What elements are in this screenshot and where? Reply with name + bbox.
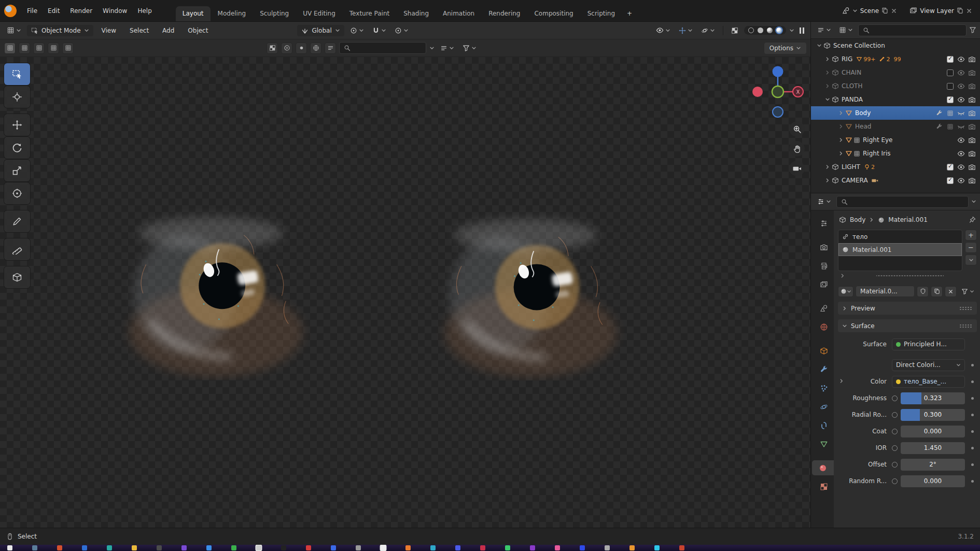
- base-color-field[interactable]: тело_Base_...: [892, 376, 965, 388]
- hide-viewport-icon[interactable]: [957, 177, 965, 185]
- panel-grip[interactable]: [959, 306, 973, 310]
- disable-render-icon[interactable]: [968, 136, 976, 144]
- disable-render-icon[interactable]: [968, 55, 976, 63]
- taskbar-app-icon[interactable]: [32, 545, 37, 550]
- menu-view[interactable]: View: [96, 25, 121, 36]
- hide-viewport-icon[interactable]: [957, 109, 965, 117]
- tab-modeling[interactable]: Modeling: [211, 6, 253, 21]
- unlink-scene-icon[interactable]: [891, 8, 897, 14]
- tab-texture[interactable]: [814, 479, 834, 494]
- decorator[interactable]: [968, 447, 977, 449]
- tab-modifiers[interactable]: [814, 362, 834, 377]
- tool-select-box[interactable]: [4, 63, 30, 85]
- tool-cursor[interactable]: [4, 86, 30, 108]
- add-slot-button[interactable]: +: [965, 230, 977, 241]
- breadcrumb-material[interactable]: Material.001: [888, 216, 927, 223]
- decorator[interactable]: [968, 430, 977, 433]
- new-scene-icon[interactable]: [881, 7, 888, 14]
- taskbar-app-icon[interactable]: [356, 545, 361, 550]
- menu-select[interactable]: Select: [124, 25, 154, 36]
- header-search-input[interactable]: [339, 42, 426, 54]
- taskbar-app-icon[interactable]: [580, 545, 585, 550]
- outliner-row-cloth[interactable]: CLOTH: [811, 79, 980, 93]
- taskbar-app-icon[interactable]: [480, 545, 485, 550]
- menu-file[interactable]: File: [22, 5, 43, 17]
- tab-scene[interactable]: [814, 301, 834, 316]
- breadcrumb-object[interactable]: Body: [850, 216, 865, 223]
- taskbar-app-icon[interactable]: [82, 545, 87, 550]
- coat-field[interactable]: 0.000: [901, 426, 965, 437]
- select-mode-invert-icon[interactable]: [48, 43, 59, 54]
- material-slot-row[interactable]: тело: [838, 230, 962, 243]
- grip-handle[interactable]: [876, 275, 944, 277]
- tab-object[interactable]: [814, 343, 834, 358]
- outliner-filter-icon[interactable]: [969, 26, 976, 34]
- tab-texture-paint[interactable]: Texture Paint: [343, 6, 396, 21]
- taskbar-app-icon[interactable]: [181, 545, 187, 550]
- pan-button[interactable]: [789, 141, 805, 157]
- coloring-method-dropdown[interactable]: Direct Colori...: [892, 359, 965, 371]
- material-slot-row-selected[interactable]: Material.001: [838, 243, 962, 256]
- outliner-row-right-eye[interactable]: Right Eye: [811, 133, 980, 147]
- disable-render-icon[interactable]: [968, 69, 976, 77]
- filter-button[interactable]: [460, 43, 479, 54]
- taskbar-app-icon[interactable]: [505, 545, 510, 550]
- material-name-field[interactable]: Material.0...: [856, 286, 915, 297]
- filter-type-icon-2[interactable]: [281, 43, 292, 54]
- offset-field[interactable]: 2°: [901, 459, 965, 471]
- taskbar-app-icon[interactable]: [107, 545, 112, 550]
- tab-scripting[interactable]: Scripting: [581, 6, 622, 21]
- taskbar-app-icon[interactable]: [206, 545, 212, 550]
- decorator[interactable]: [968, 463, 977, 466]
- hide-viewport-icon[interactable]: [957, 123, 965, 131]
- disable-render-icon[interactable]: [968, 150, 976, 158]
- hide-viewport-icon[interactable]: [957, 82, 965, 90]
- outliner-editor-type-button[interactable]: [815, 24, 834, 36]
- taskbar-app-icon[interactable]: [679, 545, 684, 550]
- view-layer-selector[interactable]: View Layer: [906, 5, 976, 16]
- tab-view-layer[interactable]: [814, 277, 834, 292]
- taskbar-app-icon[interactable]: [7, 545, 12, 550]
- tab-rendering[interactable]: Rendering: [482, 6, 527, 21]
- tab-world[interactable]: [814, 319, 834, 334]
- outliner-row-scene-collection[interactable]: Scene Collection: [811, 39, 980, 52]
- outliner-row-chain[interactable]: CHAIN: [811, 66, 980, 79]
- slot-list-resize[interactable]: [838, 271, 977, 280]
- taskbar-app-icon[interactable]: [530, 545, 535, 550]
- select-mode-new-icon[interactable]: [4, 43, 16, 54]
- select-mode-extend-icon[interactable]: [19, 43, 30, 54]
- taskbar-app-icon[interactable]: [555, 545, 560, 550]
- tab-layout[interactable]: Layout: [176, 6, 211, 21]
- properties-editor-type-button[interactable]: [815, 196, 834, 207]
- taskbar-app-icon[interactable]: [157, 545, 162, 550]
- taskbar-app-icon[interactable]: [57, 545, 62, 550]
- outliner-display-mode-button[interactable]: [836, 24, 856, 36]
- remove-slot-button[interactable]: −: [965, 242, 977, 253]
- collection-checkbox[interactable]: [947, 56, 954, 63]
- hide-viewport-icon[interactable]: [957, 136, 965, 144]
- surface-shader-field[interactable]: Principled H...: [892, 338, 965, 350]
- object-visibility-dropdown[interactable]: [653, 24, 673, 36]
- taskbar-app-icon[interactable]: [405, 545, 411, 550]
- roughness-slider[interactable]: 0.323: [901, 392, 965, 404]
- taskbar-app-icon[interactable]: [381, 545, 386, 550]
- gizmo-z-axis[interactable]: [773, 66, 783, 77]
- new-material-button[interactable]: [931, 286, 943, 297]
- options-button[interactable]: Options: [764, 43, 806, 54]
- pin-icon[interactable]: [969, 216, 976, 223]
- navigation-gizmo[interactable]: X: [745, 59, 810, 124]
- zoom-button[interactable]: [789, 121, 805, 137]
- filter-type-icon-4[interactable]: [310, 43, 321, 54]
- hide-viewport-icon[interactable]: [957, 163, 965, 171]
- collection-checkbox[interactable]: [947, 164, 954, 171]
- taskbar-app-icon[interactable]: [430, 545, 436, 550]
- tool-move[interactable]: [4, 114, 30, 136]
- material-slot-list[interactable]: тело Material.001: [838, 230, 962, 271]
- decorator[interactable]: [968, 397, 977, 400]
- xray-toggle[interactable]: [729, 25, 741, 36]
- outliner-row-body[interactable]: Body: [811, 106, 980, 120]
- filter-type-icon-1[interactable]: [267, 43, 278, 54]
- mode-dropdown[interactable]: Object Mode: [27, 25, 93, 36]
- shading-rendered-icon[interactable]: [776, 27, 782, 33]
- shading-material-icon[interactable]: [767, 27, 773, 33]
